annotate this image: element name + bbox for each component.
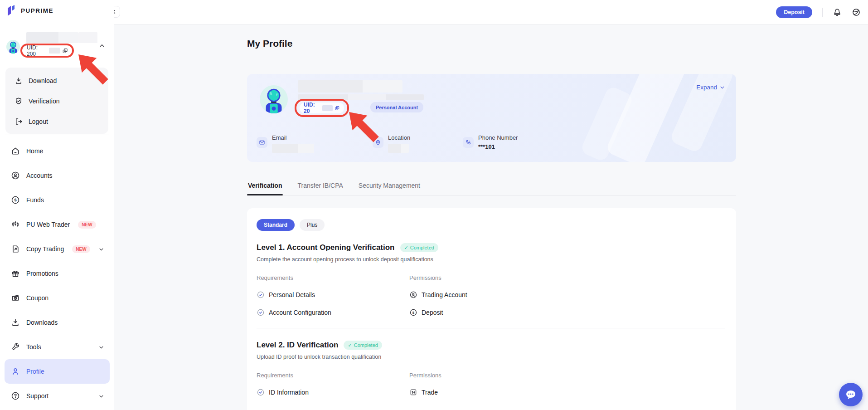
chevron-up-icon[interactable] <box>99 43 105 49</box>
sidebar-item-pu-web-trader[interactable]: PU Web Trader NEW <box>5 212 110 237</box>
account-summary[interactable]: UID: 200 <box>5 30 109 63</box>
sidebar-item-label: Home <box>26 147 43 155</box>
verification-card: Standard Plus Level 1. Account Opening V… <box>247 208 736 410</box>
live-chat-button[interactable] <box>839 383 863 406</box>
location-field: Location <box>373 134 410 153</box>
permission-trade: Trade <box>409 388 727 396</box>
download-icon <box>15 77 23 85</box>
sidebar-nav: Home Accounts $ Funds PU Web Trader NEW … <box>0 139 114 408</box>
chevron-down-icon <box>98 344 104 350</box>
sidebar-item-profile[interactable]: Profile <box>5 359 110 384</box>
field-label: Phone Number <box>478 134 518 141</box>
sidebar-item-label: Accounts <box>26 172 53 179</box>
avatar <box>6 40 20 54</box>
topbar-divider <box>822 8 823 17</box>
requirement-label: Account Configuration <box>269 309 331 316</box>
field-label: Location <box>388 134 410 141</box>
level-1-title: Level 1. Account Opening Verification <box>257 243 395 252</box>
menu-item-verification[interactable]: Verification <box>5 91 108 111</box>
candlestick-chart-icon <box>11 220 20 229</box>
page-title: My Profile <box>247 38 292 49</box>
uid-label: UID: 20 <box>304 102 320 114</box>
chevron-down-icon <box>719 84 725 90</box>
redacted-display-name <box>298 80 402 93</box>
account-type-badge: Personal Account <box>370 102 423 112</box>
status-badge-completed: ✓ Completed <box>400 243 438 252</box>
permission-label: Deposit <box>422 309 443 316</box>
redacted-username-2 <box>78 32 97 43</box>
tab-verification[interactable]: Verification <box>247 180 283 195</box>
notifications-bell-icon[interactable] <box>833 8 842 17</box>
copy-icon[interactable] <box>62 48 68 54</box>
copy-icon[interactable] <box>335 105 340 111</box>
permissions-column: Permissions Trade <box>409 372 727 396</box>
tab-transfer-ib-cpa[interactable]: Transfer IB/CPA <box>296 180 344 195</box>
new-badge: NEW <box>72 245 90 253</box>
chevron-down-icon <box>98 393 104 399</box>
profile-tabs: Verification Transfer IB/CPA Security Ma… <box>247 180 736 195</box>
funds-icon: $ <box>11 195 20 205</box>
uid-label: UID: 200 <box>27 44 47 57</box>
deposit-button[interactable]: Deposit <box>776 6 812 18</box>
permission-label: Trade <box>422 389 438 396</box>
brand-logo[interactable]: PUPRIME <box>6 5 53 16</box>
map-pin-icon <box>373 137 383 148</box>
check-glyph: ✓ <box>348 342 352 348</box>
language-globe-icon[interactable] <box>852 8 861 17</box>
uid-badge-sidebar[interactable]: UID: 200 <box>23 45 72 56</box>
sidebar-item-label: Funds <box>26 196 44 204</box>
redacted-subtext <box>298 94 424 100</box>
sidebar-item-label: Tools <box>26 343 41 351</box>
tab-security-management[interactable]: Security Management <box>358 180 421 195</box>
wrench-icon <box>11 342 20 351</box>
expand-toggle[interactable]: Expand <box>696 84 725 91</box>
check-glyph: ✓ <box>404 245 408 251</box>
permissions-column: Permissions Trading Account $ Deposit <box>409 274 727 317</box>
permissions-header: Permissions <box>409 274 727 281</box>
trade-icon <box>409 388 417 396</box>
uid-badge-card[interactable]: UID: 20 <box>300 102 344 113</box>
gift-icon <box>11 269 20 278</box>
redacted-email-value <box>272 144 314 153</box>
check-circle-icon <box>257 291 265 299</box>
phone-icon <box>463 137 474 148</box>
sidebar-item-promotions[interactable]: Promotions <box>5 261 110 286</box>
profile-icon <box>11 367 20 376</box>
phone-field: Phone Number ***101 <box>463 134 518 150</box>
copy-trading-icon <box>11 244 20 254</box>
plus-plan-pill[interactable]: Plus <box>300 219 325 231</box>
logout-icon <box>15 117 23 126</box>
menu-item-download[interactable]: Download <box>5 70 108 91</box>
trading-account-icon <box>409 291 417 299</box>
sidebar-item-coupon[interactable]: $ Coupon <box>5 286 110 310</box>
menu-item-logout[interactable]: Logout <box>5 111 108 132</box>
sidebar: PUPRIME UID: 200 <box>0 0 114 410</box>
shield-check-icon <box>15 97 23 105</box>
sidebar-item-tools[interactable]: Tools <box>5 335 110 359</box>
redacted-uid-digits <box>322 105 333 111</box>
sidebar-item-support[interactable]: Support <box>5 384 110 408</box>
redacted-uid-digits <box>49 48 60 54</box>
requirement-account-configuration: Account Configuration <box>257 308 409 317</box>
brand-name: PUPRIME <box>21 7 53 14</box>
standard-plan-pill[interactable]: Standard <box>257 219 295 231</box>
sidebar-item-copy-trading[interactable]: Copy Trading NEW <box>5 237 110 261</box>
avatar <box>260 85 288 113</box>
sidebar-item-downloads[interactable]: Downloads <box>5 310 110 335</box>
status-label: Completed <box>410 245 434 250</box>
email-icon <box>257 137 267 148</box>
sidebar-item-label: Copy Trading <box>26 245 64 253</box>
permission-label: Trading Account <box>422 291 467 298</box>
sidebar-item-funds[interactable]: $ Funds <box>5 188 110 212</box>
level-2-description: Upload ID proof to unlock transaction qu… <box>257 354 727 360</box>
sidebar-item-home[interactable]: Home <box>5 139 110 163</box>
sidebar-item-accounts[interactable]: Accounts <box>5 163 110 188</box>
sidebar-item-label: Support <box>26 392 48 400</box>
sidebar-item-label: Downloads <box>26 319 58 326</box>
email-field: Email <box>257 134 314 153</box>
coupon-icon: $ <box>11 293 20 303</box>
requirement-personal-details: Personal Details <box>257 291 409 299</box>
check-circle-icon <box>257 308 265 317</box>
expand-label: Expand <box>696 84 717 91</box>
chat-bubble-icon <box>845 389 857 400</box>
